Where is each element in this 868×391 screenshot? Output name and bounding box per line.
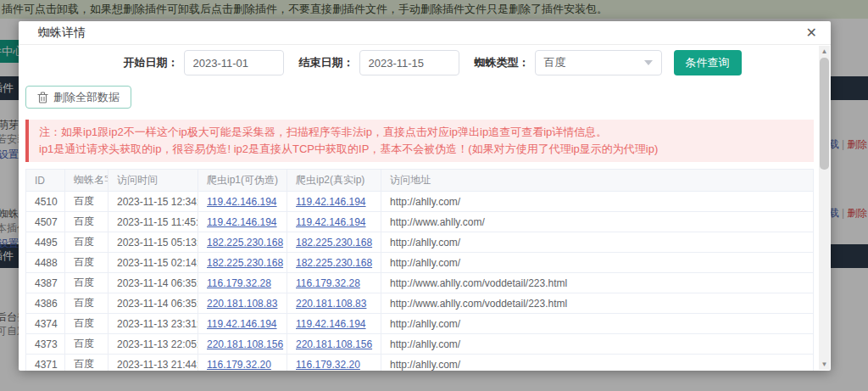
query-button[interactable]: 条件查询 <box>674 50 742 75</box>
cell-name: 百度 <box>65 314 108 334</box>
cell-url: http://www.ahlly.com/voddetail/223.html <box>381 273 814 293</box>
cell-id: 4507 <box>26 212 65 232</box>
cell-ip1: 182.225.230.168 <box>198 253 287 273</box>
cell-ip2: 119.42.146.194 <box>287 212 381 232</box>
cell-name: 百度 <box>65 355 108 371</box>
cell-time: 2023-11-14 06:35:41 <box>108 293 198 314</box>
trash-icon <box>37 92 48 103</box>
ip2-link[interactable]: 220.181.108.156 <box>296 338 372 350</box>
delete-all-button[interactable]: 删除全部数据 <box>25 86 131 109</box>
table-row: 4507 百度 2023-11-15 11:45:15 119.42.146.1… <box>26 212 814 232</box>
cell-ip1: 119.42.146.194 <box>198 212 287 232</box>
table-row: 4387 百度 2023-11-14 06:35:41 116.179.32.2… <box>26 273 814 293</box>
cell-ip2: 182.225.230.168 <box>287 253 381 273</box>
cell-ip2: 119.42.146.194 <box>287 314 381 334</box>
scroll-up-icon[interactable]: ▲ <box>819 46 830 57</box>
ip1-link[interactable]: 119.42.146.194 <box>207 318 277 330</box>
table-row: 4386 百度 2023-11-14 06:35:41 220.181.108.… <box>26 293 814 314</box>
cell-name: 百度 <box>65 232 108 253</box>
modal-title: 蜘蛛详情 <box>38 25 86 41</box>
cell-ip1: 220.181.108.156 <box>198 334 287 355</box>
cell-url: http://ahlly.com/ <box>381 253 814 273</box>
ip1-link[interactable]: 182.225.230.168 <box>207 257 283 269</box>
table-row: 4374 百度 2023-11-13 23:31:17 119.42.146.1… <box>26 314 814 334</box>
cell-ip2: 119.42.146.194 <box>287 192 381 212</box>
cell-id: 4386 <box>26 293 65 314</box>
cell-time: 2023-11-15 05:13:05 <box>108 232 198 253</box>
header-url: 访问地址 <box>381 170 814 192</box>
ip-notice-line2: ip1是通过请求头获取的ip，很容易伪造! ip2是直接从TCP中获取的IP，基… <box>39 141 804 158</box>
ip1-link[interactable]: 220.181.108.156 <box>207 338 283 350</box>
spider-table: ID 蜘蛛名字 访问时间 爬虫ip1(可伪造) 爬虫ip2(真实ip) 访问地址… <box>25 169 814 371</box>
cell-url: http://www.ahlly.com/voddetail/223.html <box>381 293 814 314</box>
cell-id: 4371 <box>26 355 65 371</box>
header-name: 蜘蛛名字 <box>65 170 108 192</box>
cell-time: 2023-11-15 12:34:43 <box>108 192 198 212</box>
cell-ip1: 116.179.32.20 <box>198 355 287 371</box>
spider-table-body: 4510 百度 2023-11-15 12:34:43 119.42.146.1… <box>26 192 814 371</box>
ip1-link[interactable]: 182.225.230.168 <box>207 237 283 249</box>
ip2-link[interactable]: 116.179.32.28 <box>296 277 360 289</box>
table-row: 4495 百度 2023-11-15 05:13:05 182.225.230.… <box>26 232 814 253</box>
cell-ip1: 116.179.32.28 <box>198 273 287 293</box>
cell-id: 4374 <box>26 314 65 334</box>
cell-time: 2023-11-15 11:45:15 <box>108 212 198 232</box>
scrollbar-thumb[interactable] <box>820 58 829 170</box>
cell-ip2: 182.225.230.168 <box>287 232 381 253</box>
table-row: 4510 百度 2023-11-15 12:34:43 119.42.146.1… <box>26 192 814 212</box>
header-id: ID <box>26 170 65 192</box>
cell-url: http://ahlly.com/ <box>381 355 814 371</box>
ip2-link[interactable]: 182.225.230.168 <box>296 237 372 249</box>
modal-header: 蜘蛛详情 ✕ <box>19 21 831 45</box>
cell-url: http://ahlly.com/ <box>381 314 814 334</box>
spider-type-label: 蜘蛛类型： <box>475 55 530 70</box>
cell-ip1: 119.42.146.194 <box>198 192 287 212</box>
ip2-link[interactable]: 220.181.108.83 <box>296 298 366 310</box>
cell-ip2: 116.179.32.28 <box>287 273 381 293</box>
cell-url: http://ahlly.com/ <box>381 334 814 355</box>
ip2-link[interactable]: 119.42.146.194 <box>296 196 366 208</box>
modal-scrollbar[interactable]: ▲ ▼ <box>819 46 830 370</box>
spider-type-value: 百度 <box>544 55 566 70</box>
cell-ip1: 220.181.108.83 <box>198 293 287 314</box>
cell-name: 百度 <box>65 212 108 232</box>
cell-url: http://ahlly.com/ <box>381 232 814 253</box>
ip2-link[interactable]: 116.179.32.20 <box>296 359 360 371</box>
cell-ip2: 220.181.108.156 <box>287 334 381 355</box>
ip1-link[interactable]: 220.181.108.83 <box>207 298 277 310</box>
cell-time: 2023-11-13 21:44:07 <box>108 355 198 371</box>
close-icon[interactable]: ✕ <box>806 26 817 40</box>
cell-name: 百度 <box>65 273 108 293</box>
cell-time: 2023-11-13 22:05:50 <box>108 334 198 355</box>
ip2-link[interactable]: 182.225.230.168 <box>296 257 372 269</box>
ip1-link[interactable]: 119.42.146.194 <box>207 196 277 208</box>
ip1-link[interactable]: 119.42.146.194 <box>207 216 277 228</box>
ip2-link[interactable]: 119.42.146.194 <box>296 216 366 228</box>
ip1-link[interactable]: 116.179.32.20 <box>207 359 271 371</box>
chevron-down-icon <box>644 60 653 65</box>
ip2-link[interactable]: 119.42.146.194 <box>296 318 366 330</box>
scroll-down-icon[interactable]: ▼ <box>819 359 830 370</box>
cell-name: 百度 <box>65 253 108 273</box>
cell-id: 4510 <box>26 192 65 212</box>
cell-id: 4495 <box>26 232 65 253</box>
header-ip1: 爬虫ip1(可伪造) <box>198 170 287 192</box>
query-form: 开始日期： 结束日期： 蜘蛛类型： 百度 条件查询 <box>25 50 824 75</box>
ip-notice: 注：如果ip1跟ip2不一样这个ip极大可能是采集器，扫描程序等非法ip，直接点… <box>25 120 814 162</box>
cell-time: 2023-11-14 06:35:41 <box>108 273 198 293</box>
cell-name: 百度 <box>65 192 108 212</box>
cell-url: http://ahlly.com/ <box>381 192 814 212</box>
cell-time: 2023-11-15 02:14:28 <box>108 253 198 273</box>
cell-id: 4387 <box>26 273 65 293</box>
ip1-link[interactable]: 116.179.32.28 <box>207 277 271 289</box>
cell-ip1: 119.42.146.194 <box>198 314 287 334</box>
table-row: 4488 百度 2023-11-15 02:14:28 182.225.230.… <box>26 253 814 273</box>
start-date-input[interactable] <box>184 50 284 75</box>
spider-detail-modal: 蜘蛛详情 ✕ 开始日期： 结束日期： 蜘蛛类型： 百度 条件查询 <box>19 21 831 371</box>
header-time: 访问时间 <box>108 170 198 192</box>
end-date-input[interactable] <box>359 50 459 75</box>
delete-row: 删除全部数据 <box>25 86 824 109</box>
cell-time: 2023-11-13 23:31:17 <box>108 314 198 334</box>
spider-type-select[interactable]: 百度 <box>535 50 662 75</box>
ip-notice-line1: 注：如果ip1跟ip2不一样这个ip极大可能是采集器，扫描程序等非法ip，直接点… <box>39 124 804 141</box>
